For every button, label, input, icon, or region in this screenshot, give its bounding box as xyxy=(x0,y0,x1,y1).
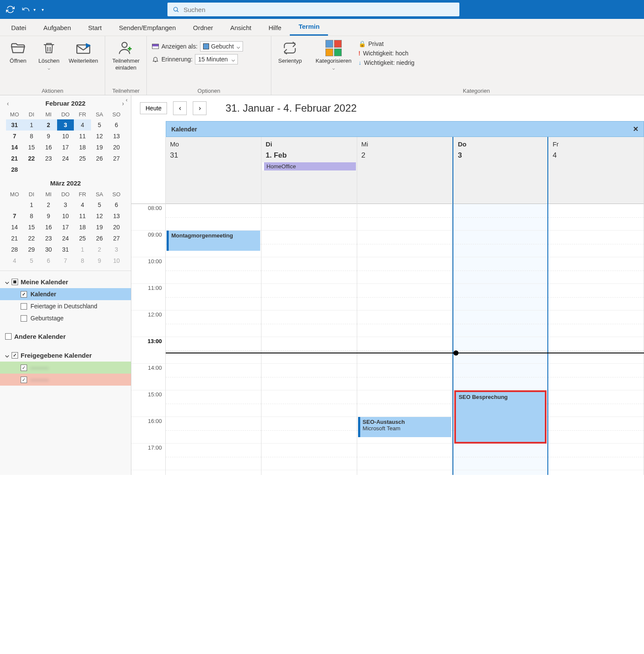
calendar-item-feiertage[interactable]: Feiertage in Deutschland xyxy=(0,300,131,312)
search-input[interactable] xyxy=(183,6,454,13)
next-month-icon[interactable]: › xyxy=(122,100,124,107)
mini-cal-day[interactable]: 7 xyxy=(57,255,74,266)
mini-cal-day[interactable]: 27 xyxy=(108,153,125,164)
mini-cal-day[interactable]: 9 xyxy=(40,131,57,142)
mini-cal-day[interactable]: 23 xyxy=(40,153,57,164)
menu-ordner[interactable]: Ordner xyxy=(185,20,222,36)
calendar-item-kalender[interactable]: ✓Kalender xyxy=(0,288,131,300)
mini-cal-day[interactable]: 8 xyxy=(23,210,40,222)
mini-cal-day[interactable]: 28 xyxy=(6,164,23,175)
calendar-item-geburtstage[interactable]: Geburtstage xyxy=(0,312,131,324)
day-column[interactable]: Do3SEO Besprechung xyxy=(453,137,548,475)
mini-cal-day[interactable]: 16 xyxy=(40,222,57,233)
mini-cal-day[interactable]: 10 xyxy=(57,210,74,222)
shared-calendars-group[interactable]: ⌵✓Freigegebene Kalender xyxy=(0,349,131,362)
mini-cal-day[interactable]: 11 xyxy=(74,131,91,142)
menu-aufgaben[interactable]: Aufgaben xyxy=(35,20,79,36)
mini-cal-day[interactable]: 28 xyxy=(6,244,23,255)
day-column[interactable]: Fr4 xyxy=(548,137,644,475)
menu-termin[interactable]: Termin xyxy=(290,18,328,36)
mini-cal-day[interactable]: 2 xyxy=(40,119,57,131)
close-calendar-icon[interactable]: ✕ xyxy=(633,125,638,133)
mini-cal-day[interactable]: 4 xyxy=(74,119,91,131)
categorize-button[interactable]: Kategorisieren⌵ xyxy=(314,39,353,73)
mini-cal-day[interactable]: 23 xyxy=(40,233,57,244)
refresh-icon[interactable] xyxy=(4,3,16,15)
allday-event[interactable]: HomeOffice xyxy=(262,162,356,170)
mini-cal-day[interactable]: 19 xyxy=(91,142,108,153)
menu-datei[interactable]: Datei xyxy=(3,20,35,36)
day-column[interactable]: Di1. FebHomeOffice xyxy=(261,137,357,475)
mini-cal-day[interactable]: 2 xyxy=(40,199,57,210)
mini-cal-day[interactable]: 19 xyxy=(91,222,108,233)
mini-cal-day[interactable]: 10 xyxy=(57,131,74,142)
mini-cal-day[interactable]: 14 xyxy=(6,222,23,233)
mini-cal-day[interactable]: 11 xyxy=(74,210,91,222)
mini-cal-day[interactable] xyxy=(57,164,74,175)
show-as-select[interactable]: Gebucht⌵ xyxy=(200,41,243,52)
menu-senden-empfangen[interactable]: Senden/Empfangen xyxy=(110,20,185,36)
invite-participants-button[interactable]: Teilnehmer einladen xyxy=(110,39,141,73)
mini-cal-day[interactable]: 24 xyxy=(57,233,74,244)
mini-cal-day[interactable]: 9 xyxy=(40,210,57,222)
mini-cal-day[interactable]: 12 xyxy=(91,131,108,142)
mini-cal-day[interactable] xyxy=(23,164,40,175)
reminder-select[interactable]: 15 Minuten⌵ xyxy=(195,54,238,64)
mini-cal-day[interactable]: 2 xyxy=(91,244,108,255)
mini-cal-day[interactable]: 18 xyxy=(74,142,91,153)
mini-cal-day[interactable]: 8 xyxy=(23,131,40,142)
mini-cal-day[interactable]: 20 xyxy=(108,222,125,233)
mini-cal-day[interactable]: 21 xyxy=(6,233,23,244)
private-button[interactable]: 🔒Privat xyxy=(358,40,415,47)
mini-cal-day[interactable]: 5 xyxy=(91,199,108,210)
search-box[interactable] xyxy=(167,3,459,16)
mini-cal-day[interactable]: 18 xyxy=(74,222,91,233)
mini-cal-day[interactable]: 26 xyxy=(91,153,108,164)
next-week-button[interactable]: › xyxy=(193,101,207,115)
mini-cal-day[interactable]: 1 xyxy=(23,199,40,210)
mini-cal-day[interactable]: 13 xyxy=(108,210,125,222)
day-column[interactable]: Mo31Montagmorgenmeeting xyxy=(166,137,261,475)
mini-cal-day[interactable]: 12 xyxy=(91,210,108,222)
qat-customize-icon[interactable]: ▾ xyxy=(42,7,44,12)
menu-start[interactable]: Start xyxy=(79,20,110,36)
mini-cal-day[interactable]: 31 xyxy=(57,244,74,255)
today-button[interactable]: Heute xyxy=(140,102,167,114)
mini-cal-day[interactable]: 24 xyxy=(57,153,74,164)
mini-cal-day[interactable]: 17 xyxy=(57,142,74,153)
mini-cal-day[interactable]: 17 xyxy=(57,222,74,233)
calendar-event[interactable]: Montagmorgenmeeting xyxy=(167,231,260,251)
mini-cal-day[interactable]: 16 xyxy=(40,142,57,153)
mini-cal-day[interactable]: 26 xyxy=(91,233,108,244)
mini-cal-day[interactable] xyxy=(108,164,125,175)
mini-cal-day[interactable]: 30 xyxy=(40,244,57,255)
mini-cal-day[interactable]: 1 xyxy=(23,119,40,131)
undo-icon[interactable] xyxy=(20,3,32,15)
mini-cal-day[interactable] xyxy=(6,199,23,210)
calendar-event[interactable]: SEO Besprechung xyxy=(454,390,547,444)
mini-cal-day[interactable]: 25 xyxy=(74,233,91,244)
prev-month-icon[interactable]: ‹ xyxy=(7,100,9,107)
forward-button[interactable]: Weiterleiten xyxy=(67,39,100,66)
mini-cal-day[interactable] xyxy=(74,164,91,175)
mini-cal-day[interactable]: 3 xyxy=(57,199,74,210)
mini-cal-day[interactable]: 3 xyxy=(57,119,74,131)
open-button[interactable]: Öffnen xyxy=(5,39,31,66)
my-calendars-group[interactable]: ⌵Meine Kalender xyxy=(0,275,131,288)
mini-cal-day[interactable]: 7 xyxy=(6,131,23,142)
mini-cal-day[interactable]: 27 xyxy=(108,233,125,244)
importance-high-button[interactable]: !Wichtigkeit: hoch xyxy=(358,50,415,57)
collapse-sidebar-icon[interactable]: ‹ xyxy=(126,97,128,103)
other-calendars-group[interactable]: Andere Kalender xyxy=(0,330,131,343)
mini-cal-day[interactable] xyxy=(40,164,57,175)
mini-cal-day[interactable]: 29 xyxy=(23,244,40,255)
mini-cal-day[interactable]: 22 xyxy=(23,233,40,244)
mini-cal-day[interactable]: 8 xyxy=(74,255,91,266)
mini-cal-day[interactable]: 4 xyxy=(74,199,91,210)
menu-hilfe[interactable]: Hilfe xyxy=(260,20,290,36)
mini-cal-day[interactable]: 4 xyxy=(6,255,23,266)
mini-cal-day[interactable] xyxy=(91,164,108,175)
menu-ansicht[interactable]: Ansicht xyxy=(222,20,260,36)
delete-button[interactable]: Löschen⌵ xyxy=(36,39,62,73)
mini-cal-day[interactable]: 5 xyxy=(23,255,40,266)
